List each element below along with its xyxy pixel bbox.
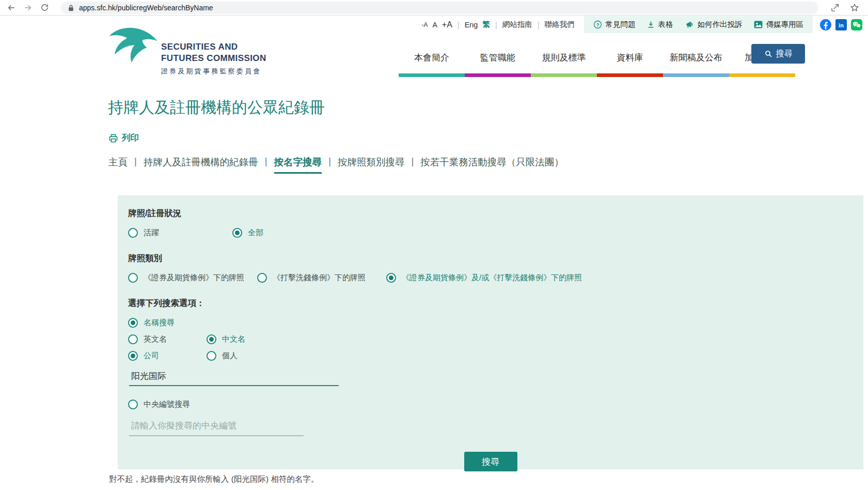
media-icon — [754, 21, 763, 28]
svg-text:in: in — [839, 22, 844, 28]
quick-links-bar: ? 常見問題 表格 如何作出投訴 傳媒專用區 — [584, 16, 813, 33]
nav-item-about[interactable]: 本會簡介 — [399, 52, 465, 73]
print-label: 列印 — [122, 132, 139, 144]
radio-circle — [207, 334, 216, 344]
nav-item-rules-standards[interactable]: 規則及標準 — [531, 52, 597, 73]
complaint-link[interactable]: 如何作出投訴 — [685, 20, 743, 29]
radio-type-amlo[interactable]: 《打擊洗錢條例》下的牌照 — [257, 273, 386, 283]
radio-ce-number-search[interactable]: 中央編號搜尋 — [128, 400, 190, 409]
tab-separator: | — [328, 156, 331, 167]
browser-back-button[interactable] — [5, 2, 18, 14]
radio-circle — [128, 351, 138, 361]
logo-name-line1: SECURITIES AND — [161, 41, 266, 53]
complaint-label: 如何作出投訴 — [698, 20, 743, 29]
nav-bar-segment — [465, 73, 531, 77]
font-normal-button[interactable]: A — [432, 21, 437, 29]
tab-search-by-licence-type[interactable]: 按牌照類別搜尋 — [338, 156, 405, 172]
font-larger-button[interactable]: +A — [442, 20, 452, 29]
nav-bar-segment — [597, 73, 663, 77]
megaphone-icon — [685, 21, 694, 29]
tab-separator: | — [411, 156, 414, 167]
question-circle-icon: ? — [593, 20, 602, 29]
radio-circle — [232, 228, 242, 238]
linkedin-icon[interactable]: in — [835, 19, 847, 30]
browser-chrome: apps.sfc.hk/publicregWeb/searchByName — [0, 0, 868, 16]
header-search-button[interactable]: 搜尋 — [751, 44, 805, 64]
radio-circle — [257, 273, 267, 283]
lang-english-link[interactable]: Eng — [465, 21, 478, 29]
media-zone-link[interactable]: 傳媒專用區 — [754, 20, 804, 29]
back-arrow-icon — [7, 3, 16, 12]
browser-reload-button[interactable] — [38, 2, 51, 14]
site-guide-link[interactable]: 網站指南 — [502, 20, 532, 29]
browser-share-button[interactable] — [829, 2, 841, 14]
sfc-logo[interactable]: SECURITIES AND FUTURES COMMISSION 證券及期貨事… — [108, 21, 266, 76]
forward-arrow-icon — [23, 3, 33, 12]
forms-link[interactable]: 表格 — [647, 20, 673, 29]
tab-register[interactable]: 持牌人及註冊機構的紀錄冊 — [144, 156, 258, 172]
facebook-icon[interactable] — [820, 19, 831, 30]
nav-item-news[interactable]: 新聞稿及公布 — [663, 52, 729, 73]
radio-circle — [128, 334, 138, 344]
nav-item-regulatory-functions[interactable]: 監管職能 — [465, 52, 531, 73]
radio-circle — [207, 351, 216, 361]
radio-circle — [386, 273, 396, 283]
radio-circle — [128, 400, 138, 409]
nav-color-bar — [399, 73, 795, 77]
search-submit-button[interactable]: 搜尋 — [464, 452, 517, 471]
radio-circle — [128, 228, 138, 238]
faq-link[interactable]: ? 常見問題 — [593, 20, 636, 29]
radio-label: 《證券及期貨條例》下的牌照 — [144, 273, 244, 283]
eagle-logo-icon — [108, 21, 158, 69]
radio-label: 《證券及期貨條例》及/或《打擊洗錢條例》下的牌照 — [402, 273, 582, 283]
contact-us-link[interactable]: 聯絡我們 — [545, 20, 575, 29]
nav-item-resources[interactable]: 資料庫 — [597, 52, 663, 73]
radio-label: 全部 — [248, 228, 263, 238]
no-result-message: 對不起，紀錄冊內沒有與你所輸入 (阳光国际) 相符的名字。 — [109, 474, 319, 485]
browser-forward-button[interactable] — [22, 2, 34, 14]
radio-label: 英文名 — [144, 334, 167, 344]
reload-icon — [40, 3, 49, 12]
license-type-label: 牌照類別 — [128, 253, 853, 264]
radio-label: 公司 — [144, 351, 159, 361]
tab-home[interactable]: 主頁 — [108, 156, 128, 172]
radio-name-search[interactable]: 名稱搜尋 — [128, 318, 175, 328]
radio-status-all[interactable]: 全部 — [232, 228, 263, 238]
printer-icon — [108, 133, 118, 143]
nav-bar-segment — [399, 73, 465, 77]
wechat-icon[interactable] — [851, 19, 862, 30]
share-icon — [830, 3, 840, 12]
license-status-label: 牌照/註冊狀況 — [128, 208, 853, 219]
radio-chinese-name[interactable]: 中文名 — [207, 334, 245, 344]
address-bar[interactable]: apps.sfc.hk/publicregWeb/searchByName — [61, 2, 818, 14]
print-link[interactable]: 列印 — [108, 132, 139, 144]
svg-text:?: ? — [596, 22, 599, 27]
name-search-input[interactable] — [129, 370, 339, 386]
radio-individual[interactable]: 個人 — [207, 351, 238, 361]
url-text: apps.sfc.hk/publicregWeb/searchByName — [79, 4, 213, 12]
separator: | — [495, 21, 497, 29]
tab-separator: | — [265, 156, 267, 167]
tab-search-by-business-activity[interactable]: 按若干業務活動搜尋（只限法團） — [420, 156, 564, 172]
ce-number-input[interactable] — [129, 420, 304, 436]
radio-circle — [128, 273, 138, 283]
radio-type-sfo-and-amlo[interactable]: 《證券及期貨條例》及/或《打擊洗錢條例》下的牌照 — [386, 273, 582, 283]
radio-corporation[interactable]: 公司 — [128, 351, 207, 361]
faq-label: 常見問題 — [606, 20, 636, 29]
logo-name-line2: FUTURES COMMISSION — [161, 53, 266, 64]
radio-label: 中文名 — [222, 334, 245, 344]
radio-circle — [128, 318, 138, 328]
browser-bookmark-button[interactable] — [848, 2, 861, 14]
page-title: 持牌人及註冊機構的公眾紀錄冊 — [108, 97, 325, 118]
font-smaller-button[interactable]: -A — [421, 21, 428, 28]
radio-label: 中央編號搜尋 — [144, 400, 190, 409]
page-root: apps.sfc.hk/publicregWeb/searchByName -A… — [0, 0, 868, 490]
radio-type-sfo[interactable]: 《證券及期貨條例》下的牌照 — [128, 273, 257, 283]
lang-traditional-chinese-link[interactable]: 繁 — [482, 20, 490, 29]
tab-search-by-name[interactable]: 按名字搜尋 — [274, 156, 322, 174]
nav-bar-segment — [531, 73, 597, 77]
radio-status-active[interactable]: 活躍 — [128, 228, 232, 238]
main-navigation: 本會簡介 監管職能 規則及標準 資料庫 新聞稿及公布 加入本會 — [399, 52, 795, 77]
radio-english-name[interactable]: 英文名 — [128, 334, 207, 344]
lock-icon — [68, 4, 74, 11]
